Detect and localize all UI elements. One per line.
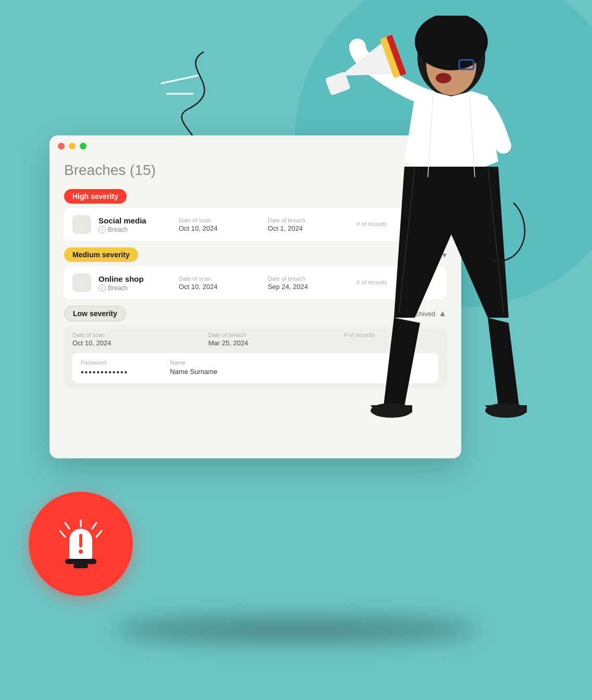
svg-point-17 (436, 73, 451, 83)
social-media-type: i Breach (98, 226, 171, 233)
social-media-scan-col: Date of scan Oct 10, 2024 (179, 217, 261, 232)
svg-rect-5 (73, 564, 88, 568)
info-icon-2: i (98, 284, 106, 292)
low-severity-badge[interactable]: Low severity (64, 306, 126, 321)
social-media-name: Social media (98, 216, 171, 225)
online-shop-icon (72, 273, 91, 292)
svg-line-11 (65, 523, 69, 529)
high-severity-badge[interactable]: High severity (64, 189, 127, 204)
woman-figure (290, 16, 561, 526)
svg-line-9 (96, 531, 102, 537)
svg-line-8 (60, 531, 65, 537)
online-shop-info: Online shop i Breach (98, 274, 171, 292)
window-maximize-dot[interactable] (80, 143, 87, 149)
window-minimize-dot[interactable] (69, 143, 76, 149)
online-shop-name: Online shop (98, 274, 171, 283)
svg-point-7 (79, 549, 83, 554)
online-shop-scan-col: Date of scan Oct 10, 2024 (179, 276, 261, 291)
password-field: Password •••••••••••• (81, 359, 128, 377)
info-icon: i (98, 226, 106, 233)
name-field: Name Name Surname (170, 359, 217, 377)
svg-rect-6 (79, 534, 82, 547)
social-media-icon (72, 215, 91, 234)
online-shop-type: i Breach (98, 284, 171, 292)
breaches-label: Breaches (64, 162, 126, 178)
low-breach-col: Date of breach Mar 25, 2024 (208, 332, 303, 347)
breaches-count: (15) (130, 162, 156, 178)
alarm-icon (55, 515, 107, 572)
social-media-info: Social media i Breach (98, 216, 171, 233)
low-scan-col: Date of scan Oct 10, 2024 (72, 332, 167, 347)
window-close-dot[interactable] (58, 143, 65, 149)
return-arrow-decoration (483, 198, 535, 271)
svg-point-15 (415, 16, 488, 70)
svg-rect-4 (65, 559, 96, 564)
medium-severity-badge[interactable]: Medium severity (64, 247, 138, 262)
alert-circle (29, 492, 133, 596)
svg-line-12 (92, 523, 96, 529)
ground-shadow (114, 617, 478, 643)
